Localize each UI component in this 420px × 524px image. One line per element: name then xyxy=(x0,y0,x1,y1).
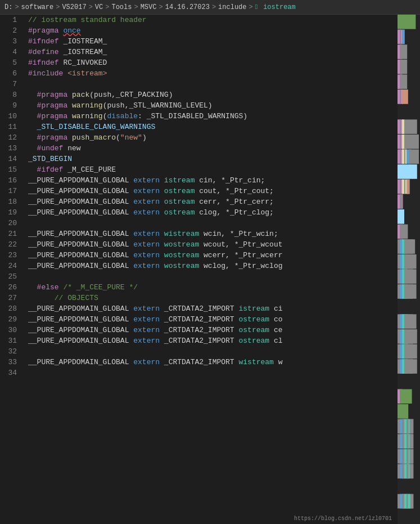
code-line: __PURE_APPDOMAIN_GLOBAL extern ostream c… xyxy=(28,207,398,218)
code-line: #ifndef _IOSTREAM_ xyxy=(28,36,398,47)
editor-area: 1234567891011121314151617181920212223242… xyxy=(0,15,420,524)
breadcrumb-file[interactable]:  iostream xyxy=(255,3,296,11)
code-line: _STD_BEGIN xyxy=(28,154,398,164)
line-number: 21 xyxy=(4,229,17,239)
code-line: #ifndef RC_INVOKED xyxy=(28,57,398,68)
line-number: 17 xyxy=(4,186,17,196)
line-number: 13 xyxy=(4,143,17,154)
line-number: 10 xyxy=(4,111,17,122)
line-number: 15 xyxy=(4,164,17,175)
code-line: // iostream standard header xyxy=(28,15,398,25)
breadcrumb-msvc[interactable]: MSVC xyxy=(141,3,157,11)
line-number: 11 xyxy=(4,122,17,132)
code-line: #else /* _M_CEE_PURE */ xyxy=(28,282,398,293)
line-number: 33 xyxy=(4,357,17,368)
code-line xyxy=(28,218,398,229)
watermark: https://blog.csdn.net/lzl0701 xyxy=(294,516,392,522)
code-line: __PURE_APPDOMAIN_GLOBAL extern _CRTDATA2… xyxy=(28,357,398,368)
code-line: __PURE_APPDOMAIN_GLOBAL extern wostream … xyxy=(28,250,398,261)
code-line: __PURE_APPDOMAIN_GLOBAL extern wistream … xyxy=(28,229,398,239)
line-number: 25 xyxy=(4,271,17,282)
line-number: 22 xyxy=(4,239,17,250)
code-line: __PURE_APPDOMAIN_GLOBAL extern _CRTDATA2… xyxy=(28,335,398,346)
code-line xyxy=(28,368,398,378)
breadcrumb-version[interactable]: 14.16.27023 xyxy=(165,3,210,11)
code-line: __PURE_APPDOMAIN_GLOBAL extern wostream … xyxy=(28,239,398,250)
minimap xyxy=(398,15,420,524)
line-number: 23 xyxy=(4,250,17,261)
line-number: 31 xyxy=(4,335,17,346)
line-number: 29 xyxy=(4,314,17,325)
code-line: #pragma push_macro("new") xyxy=(28,132,398,143)
code-line: #pragma warning(push,_STL_WARNING_LEVEL) xyxy=(28,100,398,111)
line-number: 4 xyxy=(4,47,17,57)
breadcrumb-bar: D: > software > VS2017 > VC > Tools > MS… xyxy=(0,0,420,15)
line-number: 26 xyxy=(4,282,17,293)
code-line: __PURE_APPDOMAIN_GLOBAL extern _CRTDATA2… xyxy=(28,325,398,335)
line-number: 34 xyxy=(4,368,17,378)
line-number: 28 xyxy=(4,303,17,314)
code-line: __PURE_APPDOMAIN_GLOBAL extern _CRTDATA2… xyxy=(28,303,398,314)
code-line: #include <istream> xyxy=(28,68,398,79)
code-content[interactable]: // iostream standard header#pragma once#… xyxy=(24,15,398,524)
line-number: 32 xyxy=(4,346,17,357)
line-number: 2 xyxy=(4,25,17,36)
line-number: 24 xyxy=(4,261,17,271)
line-number: 19 xyxy=(4,207,17,218)
code-line: #pragma once xyxy=(28,25,398,36)
code-line xyxy=(28,79,398,89)
code-line: __PURE_APPDOMAIN_GLOBAL extern _CRTDATA2… xyxy=(28,314,398,325)
line-number: 8 xyxy=(4,89,17,100)
line-number: 5 xyxy=(4,57,17,68)
line-number: 14 xyxy=(4,154,17,164)
breadcrumb-vs2017[interactable]: VS2017 xyxy=(62,3,86,11)
code-line: #undef new xyxy=(28,143,398,154)
code-line xyxy=(28,346,398,357)
code-line: // OBJECTS xyxy=(28,293,398,303)
line-number: 6 xyxy=(4,68,17,79)
code-line: __PURE_APPDOMAIN_GLOBAL extern ostream c… xyxy=(28,196,398,207)
line-number: 12 xyxy=(4,132,17,143)
breadcrumb-tools[interactable]: Tools xyxy=(111,3,132,11)
code-line: __PURE_APPDOMAIN_GLOBAL extern istream c… xyxy=(28,175,398,186)
line-number: 1 xyxy=(4,15,17,25)
code-line: #pragma warning(disable: _STL_DISABLED_W… xyxy=(28,111,398,122)
line-number: 18 xyxy=(4,196,17,207)
code-line xyxy=(28,271,398,282)
line-number: 7 xyxy=(4,79,17,89)
code-line: #define _IOSTREAM_ xyxy=(28,47,398,57)
breadcrumb-drive: D: xyxy=(4,3,12,11)
code-line: #pragma pack(push,_CRT_PACKING) xyxy=(28,89,398,100)
breadcrumb-include[interactable]: include xyxy=(218,3,246,11)
line-number: 27 xyxy=(4,293,17,303)
line-number: 20 xyxy=(4,218,17,229)
line-number: 3 xyxy=(4,36,17,47)
code-line: #ifdef _M_CEE_PURE xyxy=(28,164,398,175)
code-line: _STL_DISABLE_CLANG_WARNINGS xyxy=(28,122,398,132)
code-line: __PURE_APPDOMAIN_GLOBAL extern ostream c… xyxy=(28,186,398,196)
line-numbers: 1234567891011121314151617181920212223242… xyxy=(0,15,24,524)
code-line: __PURE_APPDOMAIN_GLOBAL extern wostream … xyxy=(28,261,398,271)
breadcrumb-vc[interactable]: VC xyxy=(95,3,103,11)
breadcrumb-software[interactable]: software xyxy=(21,3,54,11)
line-number: 30 xyxy=(4,325,17,335)
line-number: 16 xyxy=(4,175,17,186)
line-number: 9 xyxy=(4,100,17,111)
